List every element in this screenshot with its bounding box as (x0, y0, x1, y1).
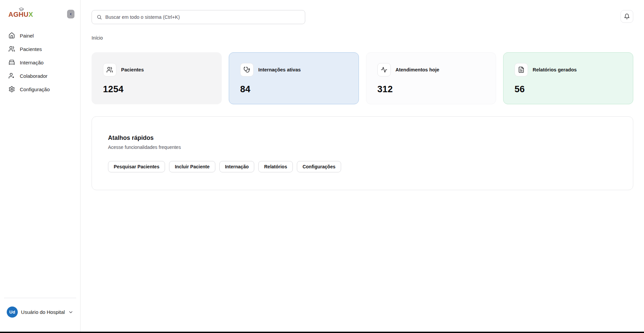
sidebar: AGHUX Painel Pacientes (0, 0, 80, 332)
home-icon (8, 32, 15, 39)
bottom-edge-bar (0, 332, 644, 333)
app-logo: AGHUX (8, 9, 33, 18)
user-dot-icon (8, 72, 15, 79)
sidebar-item-configuracao[interactable]: Configuração (0, 82, 80, 96)
gear-icon (8, 86, 15, 93)
stat-value: 312 (377, 84, 485, 95)
user-menu[interactable]: Ud Usuário do Hospital (4, 298, 76, 332)
quick-shortcuts-panel: Atalhos rápidos Acesse funcionalidades f… (92, 116, 633, 190)
activity-icon (381, 66, 387, 73)
sidebar-item-label: Colaborador (20, 73, 48, 79)
sidebar-collapse-button[interactable] (67, 10, 74, 18)
sidebar-nav: Painel Pacientes Internação Colaborador (0, 20, 80, 96)
users-icon (8, 46, 15, 52)
sidebar-item-label: Internação (20, 60, 44, 65)
stat-card-pacientes[interactable]: Pacientes 1254 (92, 52, 222, 104)
stat-card-relatorios-gerados[interactable]: Relatórios gerados 56 (503, 52, 633, 104)
shortcut-incluir-paciente[interactable]: Incluir Paciente (169, 161, 215, 172)
sidebar-item-label: Pacientes (20, 46, 42, 52)
sidebar-item-colaborador[interactable]: Colaborador (0, 69, 80, 82)
logo-text-accent: X (29, 11, 33, 18)
user-name: Usuário do Hospital (19, 309, 67, 316)
stat-card-atendimentos-hoje[interactable]: Atendimentos hoje 312 (366, 52, 496, 104)
shortcut-relatorios[interactable]: Relatórios (258, 161, 292, 172)
avatar: Ud (7, 307, 18, 318)
shortcut-configuracoes[interactable]: Configurações (297, 161, 341, 172)
main-content: Início Pacientes 1254 (80, 0, 644, 332)
shortcuts-row: Pesquisar Pacientes Incluir Paciente Int… (108, 161, 617, 172)
logo-text-primary: AGHU (8, 11, 29, 18)
sidebar-item-pacientes[interactable]: Pacientes (0, 42, 80, 56)
shortcuts-subtitle: Acesse funcionalidades frequentes (108, 145, 617, 150)
shortcuts-title: Atalhos rápidos (108, 134, 617, 142)
stethoscope-icon (244, 66, 250, 73)
sidebar-header: AGHUX (0, 0, 80, 20)
stat-label: Internações ativas (258, 67, 301, 72)
breadcrumb[interactable]: Início (92, 35, 633, 41)
search-input[interactable] (105, 14, 300, 20)
bed-icon (8, 59, 15, 66)
app-window: AGHUX Painel Pacientes (0, 0, 644, 332)
shortcut-internacao[interactable]: Internação (219, 161, 255, 172)
stat-value: 56 (515, 84, 622, 95)
global-search[interactable] (92, 10, 305, 24)
users-icon (106, 66, 113, 73)
notifications-button[interactable] (621, 10, 633, 23)
stat-label: Pacientes (121, 67, 144, 72)
chevron-down-icon (68, 310, 73, 315)
chevron-left-icon (69, 12, 72, 16)
sidebar-item-label: Painel (20, 33, 34, 39)
file-text-icon (518, 66, 525, 73)
stat-value: 1254 (103, 84, 210, 95)
sidebar-item-internacao[interactable]: Internação (0, 56, 80, 69)
stat-label: Relatórios gerados (533, 67, 577, 72)
shortcut-pesquisar-pacientes[interactable]: Pesquisar Pacientes (108, 161, 165, 172)
sidebar-item-label: Configuração (20, 87, 50, 92)
sidebar-footer: Ud Usuário do Hospital (0, 298, 80, 332)
topbar (92, 10, 633, 24)
bell-icon (624, 13, 630, 19)
stat-value: 84 (240, 84, 347, 95)
stats-grid: Pacientes 1254 Internações ativas 84 (92, 52, 633, 104)
sidebar-item-painel[interactable]: Painel (0, 29, 80, 42)
stat-label: Atendimentos hoje (395, 67, 439, 72)
graduation-cap-icon (19, 7, 24, 12)
search-icon (97, 14, 102, 20)
stat-card-internacoes-ativas[interactable]: Internações ativas 84 (229, 52, 359, 104)
